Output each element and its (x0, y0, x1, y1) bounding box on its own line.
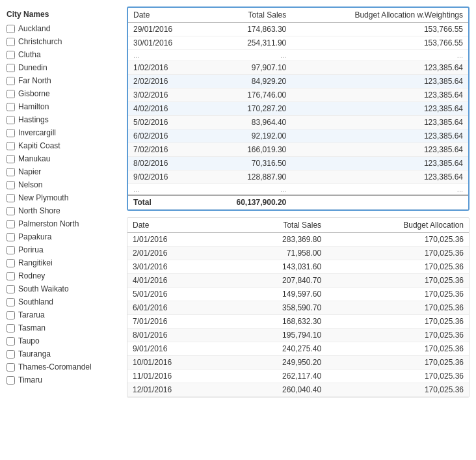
city-item: New Plymouth (7, 192, 120, 204)
table2-col-date: Date (127, 218, 227, 233)
city-label: North Shore (18, 205, 60, 217)
total-sales: 60,137,900.20 (202, 195, 291, 210)
city-label: Thames-Coromandel (18, 361, 92, 373)
city-label: Clutha (18, 49, 41, 61)
cell-budget: 153,766.55 (291, 23, 468, 36)
cell-sales: 176,746.00 (202, 88, 291, 102)
cell-budget: 170,025.36 (326, 288, 469, 301)
cell-sales: 97,907.10 (202, 61, 291, 75)
city-checkbox-porirua[interactable] (7, 246, 15, 254)
city-checkbox-clutha[interactable] (7, 51, 15, 59)
city-checkbox-auckland[interactable] (7, 25, 15, 33)
cell-date: 4/01/2016 (127, 274, 227, 288)
cell-budget: 123,385.64 (291, 102, 468, 116)
table-row: 8/02/201670,316.50123,385.64 (128, 157, 468, 170)
city-checkbox-palmerston-north[interactable] (7, 220, 15, 228)
city-label: New Plymouth (18, 192, 68, 204)
cell-date: 10/01/2016 (127, 356, 227, 370)
cell-budget: 170,025.36 (326, 260, 469, 274)
city-checkbox-christchurch[interactable] (7, 38, 15, 46)
table1-col-date: Date (128, 8, 202, 23)
table-row: 8/01/2016195,794.10170,025.36 (127, 329, 469, 342)
cell-date: 1/02/2016 (128, 61, 202, 75)
city-checkbox-thames-coromandel[interactable] (7, 363, 15, 372)
cell-date: 3/02/2016 (128, 88, 202, 102)
city-label: Hamilton (18, 101, 49, 113)
city-label: Papakura (18, 231, 51, 243)
table-row: 6/01/2016358,590.70170,025.36 (127, 301, 469, 315)
city-checkbox-new-plymouth[interactable] (7, 194, 15, 202)
cell-sales: 70,316.50 (202, 157, 291, 170)
city-item: Tararua (7, 309, 120, 321)
city-checkbox-napier[interactable] (7, 168, 15, 176)
table-row: 6/02/201692,192.00123,385.64 (128, 129, 468, 143)
cell-date: 7/02/2016 (128, 143, 202, 157)
table2-body: 1/01/2016283,369.80170,025.362/01/201671… (127, 233, 469, 397)
cell-date: 5/01/2016 (127, 288, 227, 301)
city-item: Palmerston North (7, 218, 120, 230)
table1-col-budget: Budget Allocation w.Weightings (291, 8, 468, 23)
table-row: 10/01/2016249,950.20170,025.36 (127, 356, 469, 370)
table-row: 3/01/2016143,031.60170,025.36 (127, 260, 469, 274)
city-checkbox-papakura[interactable] (7, 233, 15, 241)
city-checkbox-taupo[interactable] (7, 337, 15, 345)
city-checkbox-rangitikei[interactable] (7, 259, 15, 267)
city-item: Porirua (7, 244, 120, 256)
city-checkbox-nelson[interactable] (7, 181, 15, 189)
cell-date: 9/01/2016 (127, 342, 227, 356)
cell-date: 29/01/2016 (128, 23, 202, 36)
city-label: Timaru (18, 374, 42, 386)
city-checkbox-south-waikato[interactable] (7, 285, 15, 293)
city-checkbox-kapiti-coast[interactable] (7, 142, 15, 150)
city-item: Thames-Coromandel (7, 361, 120, 373)
city-checkbox-gisborne[interactable] (7, 90, 15, 98)
city-label: Kapiti Coast (18, 140, 60, 152)
city-checkbox-manukau[interactable] (7, 155, 15, 163)
city-checkbox-rodney[interactable] (7, 272, 15, 280)
city-item: Dunedin (7, 62, 120, 74)
cell-date: 8/02/2016 (128, 157, 202, 170)
city-item: Rodney (7, 270, 120, 282)
city-checkbox-tasman[interactable] (7, 324, 15, 332)
table1-wrapper: Date Total Sales Budget Allocation w.Wei… (127, 7, 469, 211)
city-checkbox-hamilton[interactable] (7, 103, 15, 111)
cell-date: 9/02/2016 (128, 170, 202, 184)
city-checkbox-north-shore[interactable] (7, 207, 15, 215)
cell-budget: 123,385.64 (291, 116, 468, 129)
cell-date: 5/02/2016 (128, 116, 202, 129)
city-item: Timaru (7, 374, 120, 386)
table1-body: 29/01/2016174,863.30153,766.5530/01/2016… (128, 23, 468, 210)
table-row: 1/02/201697,907.10123,385.64 (128, 61, 468, 75)
city-checkbox-far-north[interactable] (7, 77, 15, 85)
cell-sales: 149,597.60 (227, 288, 326, 301)
cell-date: 11/01/2016 (127, 370, 227, 383)
cell-sales: 195,794.10 (227, 329, 326, 342)
table1: Date Total Sales Budget Allocation w.Wei… (128, 8, 468, 210)
cell-date: 2/02/2016 (128, 75, 202, 88)
sidebar-title: City Names (7, 10, 120, 19)
city-checkbox-dunedin[interactable] (7, 64, 15, 72)
table-row: 9/02/2016128,887.90123,385.64 (128, 170, 468, 184)
cell-budget: 123,385.64 (291, 75, 468, 88)
ellipsis-row-bottom: ......... (128, 184, 468, 196)
cell-budget: 153,766.55 (291, 36, 468, 50)
city-checkbox-tauranga[interactable] (7, 350, 15, 359)
city-checkbox-invercargill[interactable] (7, 129, 15, 137)
city-checkbox-hastings[interactable] (7, 116, 15, 124)
table1-col-sales: Total Sales (202, 8, 291, 23)
city-label: Manukau (18, 153, 50, 165)
content-area: Date Total Sales Budget Allocation w.Wei… (127, 7, 469, 453)
city-label: Tauranga (18, 348, 51, 360)
cell-date: 6/01/2016 (127, 301, 227, 315)
cell-date: 3/01/2016 (127, 260, 227, 274)
cell-date: 6/02/2016 (128, 129, 202, 143)
city-checkbox-tararua[interactable] (7, 311, 15, 319)
table-row: 7/02/2016166,019.30123,385.64 (128, 143, 468, 157)
cell-sales: 143,031.60 (227, 260, 326, 274)
city-label: Porirua (18, 244, 44, 256)
city-label: South Waikato (18, 283, 69, 295)
cell-sales: 207,840.70 (227, 274, 326, 288)
city-checkbox-southland[interactable] (7, 298, 15, 306)
city-checkbox-timaru[interactable] (7, 376, 15, 385)
city-label: Tasman (18, 322, 46, 334)
